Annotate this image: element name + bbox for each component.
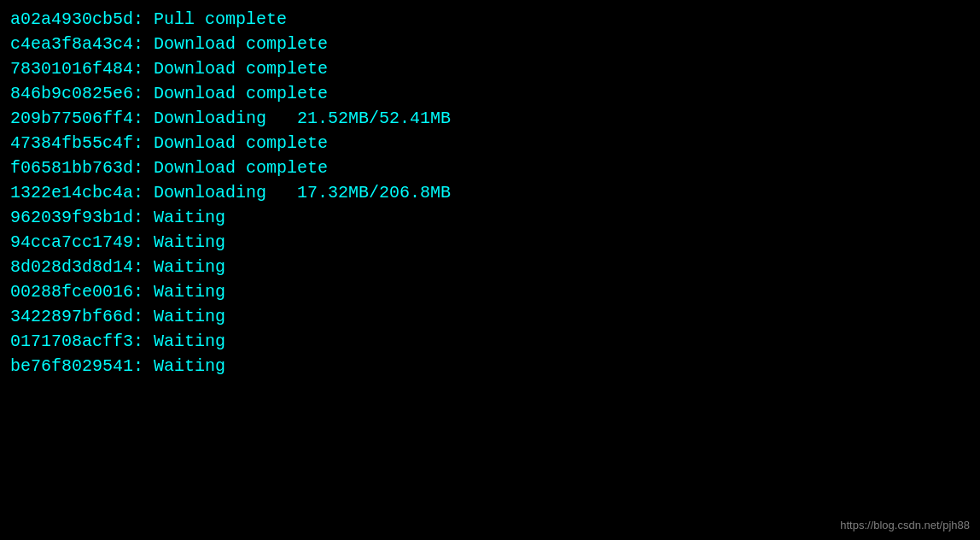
line-status: Waiting: [154, 255, 225, 279]
terminal-line: c4ea3f8a43c4: Download complete: [10, 32, 970, 56]
terminal: a02a4930cb5d: Pull completec4ea3f8a43c4:…: [0, 0, 980, 540]
line-status: Waiting: [154, 279, 225, 304]
line-hash: 47384fb55c4f: [10, 131, 133, 156]
line-status: Waiting: [154, 230, 225, 255]
line-hash: 8d028d3d8d14: [10, 255, 133, 279]
line-hash: 0171708acff3: [10, 329, 133, 354]
terminal-line: 0171708acff3: Waiting: [10, 329, 970, 354]
terminal-line: 94cca7cc1749: Waiting: [10, 230, 970, 255]
line-hash: be76f8029541: [10, 354, 133, 379]
line-hash: 209b77506ff4: [10, 106, 133, 131]
terminal-line: 00288fce0016: Waiting: [10, 279, 970, 304]
terminal-line: a02a4930cb5d: Pull complete: [10, 7, 970, 32]
line-status: Download complete: [154, 156, 328, 180]
terminal-line: 1322e14cbc4a: Downloading 17.32MB/206.8M…: [10, 180, 970, 205]
line-status: Downloading 17.32MB/206.8MB: [154, 180, 451, 205]
terminal-line: f06581bb763d: Download complete: [10, 156, 970, 180]
line-hash: 962039f93b1d: [10, 205, 133, 230]
line-status: Download complete: [154, 56, 328, 81]
terminal-line: 8d028d3d8d14: Waiting: [10, 255, 970, 279]
terminal-line: be76f8029541: Waiting: [10, 354, 970, 379]
line-hash: 94cca7cc1749: [10, 230, 133, 255]
line-status: Waiting: [154, 354, 225, 379]
line-hash: 1322e14cbc4a: [10, 180, 133, 205]
line-hash: f06581bb763d: [10, 156, 133, 180]
line-status: Waiting: [154, 304, 225, 329]
terminal-line: 846b9c0825e6: Download complete: [10, 81, 970, 106]
line-status: Waiting: [154, 205, 225, 230]
terminal-line: 3422897bf66d: Waiting: [10, 304, 970, 329]
line-status: Download complete: [154, 131, 328, 156]
watermark: https://blog.csdn.net/pjh88: [840, 519, 970, 531]
terminal-line: 47384fb55c4f: Download complete: [10, 131, 970, 156]
line-hash: c4ea3f8a43c4: [10, 32, 133, 56]
line-hash: 78301016f484: [10, 56, 133, 81]
terminal-line: 209b77506ff4: Downloading 21.52MB/52.41M…: [10, 106, 970, 131]
line-hash: 3422897bf66d: [10, 304, 133, 329]
terminal-line: 78301016f484: Download complete: [10, 56, 970, 81]
line-status: Downloading 21.52MB/52.41MB: [154, 106, 451, 131]
line-hash: 00288fce0016: [10, 279, 133, 304]
line-hash: a02a4930cb5d: [10, 7, 133, 32]
line-status: Pull complete: [154, 7, 287, 32]
line-status: Download complete: [154, 81, 328, 106]
line-hash: 846b9c0825e6: [10, 81, 133, 106]
line-status: Waiting: [154, 329, 225, 354]
line-status: Download complete: [154, 32, 328, 56]
terminal-line: 962039f93b1d: Waiting: [10, 205, 970, 230]
